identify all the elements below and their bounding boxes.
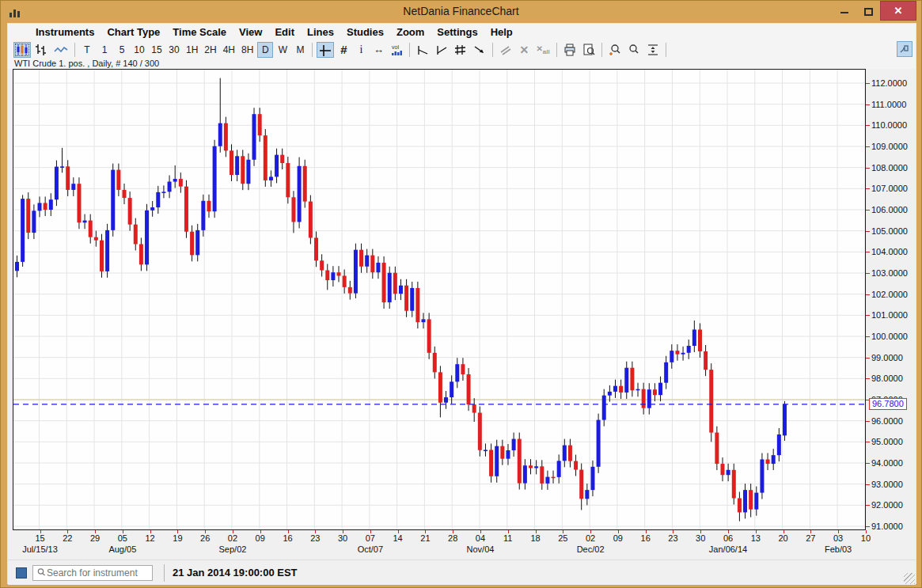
price-axis-tick	[866, 294, 870, 295]
timeframe-button-30[interactable]: 30	[166, 42, 182, 58]
print-preview-button[interactable]	[580, 42, 598, 58]
week-label: 09	[256, 533, 265, 543]
grid-button[interactable]: #	[336, 42, 351, 58]
resize-grip[interactable]	[904, 573, 915, 584]
price-axis-tick	[866, 168, 870, 169]
title-bar: NetDania FinanceChart ✕	[1, 1, 921, 23]
info-icon: i	[359, 44, 362, 56]
delete-all-lines-button[interactable]: ✕all	[533, 42, 552, 58]
price-axis-label: 108.0000	[871, 163, 908, 173]
price-axis-tick	[866, 273, 870, 274]
price-axis-label: 102.0000	[871, 290, 908, 299]
timeframe-button-2h[interactable]: 2H	[202, 42, 218, 58]
fit-vertical-button[interactable]	[644, 42, 662, 58]
week-label: 19	[173, 533, 182, 543]
week-label: 30	[338, 533, 347, 543]
info-button[interactable]: i	[353, 42, 369, 58]
month-label: Aug/05	[108, 544, 136, 554]
printer-icon	[563, 44, 576, 56]
current-price-label: 96.7800	[869, 398, 907, 410]
pushpin-icon	[899, 44, 910, 55]
price-axis-label: 107.0000	[871, 184, 908, 193]
trendline-down-button[interactable]	[414, 42, 431, 58]
arrow-line-icon	[473, 44, 486, 56]
week-label: 04	[476, 533, 485, 543]
trendline-up-button[interactable]	[433, 42, 450, 58]
ohlc-bars-chart-button[interactable]	[32, 42, 50, 58]
minimize-button[interactable]	[833, 1, 856, 20]
week-label: 27	[806, 533, 815, 543]
timeframe-button-d[interactable]: D	[257, 42, 273, 58]
timeframe-button-w[interactable]: W	[275, 42, 290, 58]
month-label: Jul/15/13	[22, 544, 58, 554]
menu-item-instruments[interactable]: Instruments	[29, 26, 101, 38]
search-input[interactable]	[47, 567, 140, 579]
candlestick-chart-button[interactable]	[13, 42, 31, 58]
price-axis-label: 96.0000	[871, 416, 903, 426]
timeframe-button-5[interactable]: 5	[114, 42, 130, 58]
parallel-channel-button[interactable]	[452, 42, 469, 58]
week-label: 23	[668, 533, 677, 543]
menu-item-view[interactable]: View	[233, 26, 268, 38]
price-axis-tick	[866, 146, 870, 147]
chart-region: 96.7800 112.0000111.0000110.0000109.0000…	[13, 69, 916, 530]
timeframe-button-m[interactable]: M	[292, 42, 308, 58]
menu-item-chart-type[interactable]: Chart Type	[101, 26, 166, 38]
arrow-line-button[interactable]	[471, 42, 488, 58]
parallel-channel-icon	[454, 44, 467, 56]
week-label: 13	[751, 533, 761, 543]
maximize-button[interactable]	[856, 1, 880, 20]
zoom-out-button[interactable]	[625, 42, 643, 58]
price-axis-tick	[866, 252, 870, 252]
menu-item-time-scale[interactable]: Time Scale	[166, 26, 233, 38]
menu-item-settings[interactable]: Settings	[431, 26, 484, 38]
week-label: 07	[366, 533, 375, 543]
timeframe-button-t[interactable]: T	[79, 42, 95, 58]
instrument-label: WTI Crude 1. pos. , Daily, # 140 / 300	[8, 59, 916, 69]
week-label: 11	[503, 533, 512, 543]
menu-item-zoom[interactable]: Zoom	[390, 26, 431, 38]
price-axis-tick	[866, 336, 870, 337]
horizontal-arrows-icon: ↔	[374, 44, 384, 55]
timeframe-button-8h[interactable]: 8H	[239, 42, 256, 58]
timeframe-button-4h[interactable]: 4H	[221, 42, 237, 58]
grid-icon: #	[340, 43, 347, 56]
fit-vertical-icon	[647, 44, 659, 56]
price-axis-label: 112.0000	[871, 78, 907, 88]
menu-item-lines[interactable]: Lines	[301, 26, 340, 38]
line-chart-icon	[54, 44, 68, 55]
month-label: Sep/02	[219, 544, 247, 554]
volume-button[interactable]: vol	[388, 42, 405, 58]
price-axis-tick	[866, 231, 870, 232]
week-label: 02	[586, 533, 595, 543]
week-label: 20	[778, 533, 787, 543]
price-axis-label: 92.0000	[871, 500, 903, 510]
menu-item-help[interactable]: Help	[484, 26, 519, 38]
candlestick-plot[interactable]	[13, 69, 866, 530]
price-axis-label: 101.0000	[871, 310, 908, 320]
horizontal-scroll-button[interactable]: ↔	[370, 42, 386, 58]
close-icon: ✕	[894, 5, 903, 17]
menu-item-studies[interactable]: Studies	[340, 26, 390, 38]
timeframe-button-1h[interactable]: 1H	[184, 42, 200, 58]
menu-item-edit[interactable]: Edit	[268, 26, 301, 38]
price-axis-tick	[866, 526, 870, 527]
week-label: 23	[310, 533, 320, 543]
crosshair-button[interactable]	[317, 42, 334, 58]
print-preview-icon	[582, 44, 595, 56]
close-button[interactable]: ✕	[880, 1, 916, 21]
toolbar-separator	[312, 43, 313, 57]
delete-line-button[interactable]: ✕	[516, 42, 532, 58]
month-label: Oct/07	[358, 544, 383, 554]
toolbar-separator	[74, 43, 75, 57]
zoom-in-button[interactable]	[606, 42, 624, 58]
timeframe-button-1[interactable]: 1	[97, 42, 112, 58]
pin-toolbar-button[interactable]	[897, 41, 913, 57]
timeframe-button-15[interactable]: 15	[149, 42, 165, 58]
timeframe-button-10[interactable]: 10	[131, 42, 147, 58]
line-chart-button[interactable]	[51, 42, 70, 58]
print-button[interactable]	[561, 42, 579, 58]
toolbar-separator	[556, 43, 557, 57]
parallel-lines-button[interactable]	[497, 42, 514, 58]
price-axis-label: 111.0000	[871, 100, 906, 109]
